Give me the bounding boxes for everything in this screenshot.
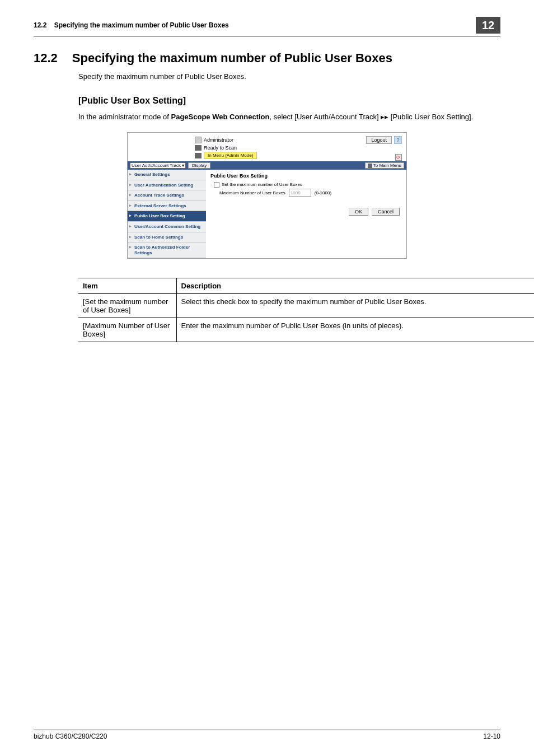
status-ready-row: Ready to Scan [195, 145, 402, 151]
body-prefix: In the administrator mode of [78, 113, 171, 121]
status-menu-row: In Menu (Admin Mode) [195, 152, 402, 159]
content-title: Public User Box Setting [210, 173, 402, 179]
table-cell-item: [Maximum Number of User Boxes] [78, 318, 176, 342]
header-left: 12.2 Specifying the maximum number of Pu… [34, 21, 229, 29]
chapter-badge: 12 [476, 17, 500, 34]
sidebar-item-user-auth[interactable]: User Authentication Setting [128, 180, 206, 191]
sidebar-item-scan-authorized[interactable]: Scan to Authorized Folder Settings [128, 242, 206, 258]
table-head-desc: Description [176, 278, 534, 294]
logout-button[interactable]: Logout [366, 136, 392, 144]
status-menu: In Menu (Admin Mode) [204, 152, 257, 159]
page-footer: bizhub C360/C280/C220 12-10 [34, 730, 500, 740]
chevron-down-icon: ▾ [182, 163, 184, 168]
embed-topbar: Administrator Logout ? [128, 133, 406, 145]
button-row: OK Cancel [210, 208, 402, 216]
embed-body: General Settings User Authentication Set… [128, 170, 406, 258]
header-section-ref: 12.2 [34, 21, 46, 29]
sidebar-item-label: Public User Box Setting [134, 213, 185, 218]
body-bold: PageScope Web Connection [171, 113, 269, 121]
table-row: [Set the maximum number of User Boxes] S… [78, 294, 534, 318]
subheading: [Public User Box Setting] [78, 96, 500, 106]
table-cell-item: [Set the maximum number of User Boxes] [78, 294, 176, 318]
sidebar-item-account-track[interactable]: Account Track Settings [128, 190, 206, 201]
section-number: 12.2 [34, 51, 58, 66]
admin-label: Administrator [204, 137, 233, 143]
main-menu-label: To Main Menu [373, 163, 401, 168]
embed-status-area: Ready to Scan In Menu (Admin Mode) ⟳ [128, 145, 406, 161]
display-button[interactable]: Display [188, 162, 210, 169]
refresh-icon[interactable]: ⟳ [395, 154, 402, 161]
embed-toolbar: User Auth/Account Track ▾ Display To Mai… [128, 161, 406, 170]
field-row: Maximum Number of User Boxes (0-1000) [219, 189, 402, 197]
max-boxes-input[interactable] [289, 189, 311, 197]
status-ready: Ready to Scan [204, 145, 237, 151]
sidebar-item-label: Account Track Settings [134, 193, 184, 198]
sidebar: General Settings User Authentication Set… [128, 170, 206, 258]
admin-icon [195, 137, 202, 143]
help-icon[interactable]: ? [394, 136, 402, 144]
sidebar-item-label: User Authentication Setting [134, 183, 193, 188]
header-title: Specifying the maximum number of Public … [54, 21, 229, 29]
main-menu-button[interactable]: To Main Menu [365, 162, 404, 169]
field-range: (0-1000) [315, 190, 331, 195]
max-boxes-checkbox[interactable] [214, 182, 219, 188]
printer-icon [195, 145, 202, 151]
checkbox-row: Set the maximum number of User Boxes [214, 182, 402, 188]
content-pane: Public User Box Setting Set the maximum … [206, 170, 406, 258]
menu-icon [368, 164, 372, 168]
footer-right: 12-10 [483, 732, 500, 740]
select-value: User Auth/Account Track [132, 163, 181, 168]
sidebar-item-label: General Settings [134, 172, 170, 177]
table-row: [Maximum Number of User Boxes] Enter the… [78, 318, 534, 342]
table-head-item: Item [78, 278, 176, 294]
body-paragraph: In the administrator mode of PageScope W… [78, 111, 500, 123]
section-intro: Specify the maximum number of Public Use… [78, 71, 500, 82]
sidebar-item-label: External Server Settings [134, 203, 186, 208]
page-header: 12.2 Specifying the maximum number of Pu… [34, 17, 500, 36]
sidebar-item-user-account-common[interactable]: User/Account Common Setting [128, 222, 206, 232]
status-icon [195, 153, 202, 158]
field-label: Maximum Number of User Boxes [219, 190, 285, 195]
category-select[interactable]: User Auth/Account Track ▾ [130, 162, 186, 169]
checkbox-label: Set the maximum number of User Boxes [222, 182, 302, 187]
footer-left: bizhub C360/C280/C220 [34, 732, 107, 740]
table-cell-desc: Enter the maximum number of Public User … [176, 318, 534, 342]
section-title: Specifying the maximum number of Public … [72, 51, 392, 66]
cancel-button[interactable]: Cancel [372, 208, 400, 216]
body-suffix: , select [User Auth/Account Track] ▸▸ [P… [270, 113, 474, 121]
ok-button[interactable]: OK [349, 208, 368, 216]
sidebar-item-general[interactable]: General Settings [128, 170, 206, 180]
sidebar-item-scan-home[interactable]: Scan to Home Settings [128, 232, 206, 243]
sidebar-item-label: User/Account Common Setting [134, 224, 200, 229]
sidebar-item-label: Scan to Home Settings [134, 235, 183, 240]
description-table: Item Description [Set the maximum number… [78, 278, 534, 342]
section-heading-row: 12.2 Specifying the maximum number of Pu… [34, 51, 500, 66]
sidebar-item-public-user-box[interactable]: Public User Box Setting [128, 211, 206, 222]
table-cell-desc: Select this check box to specify the max… [176, 294, 534, 318]
sidebar-item-label: Scan to Authorized Folder Settings [134, 245, 190, 255]
admin-indicator: Administrator [195, 136, 233, 144]
sidebar-item-external-server[interactable]: External Server Settings [128, 201, 206, 212]
embedded-screenshot: Administrator Logout ? Ready to Scan In … [127, 132, 407, 259]
